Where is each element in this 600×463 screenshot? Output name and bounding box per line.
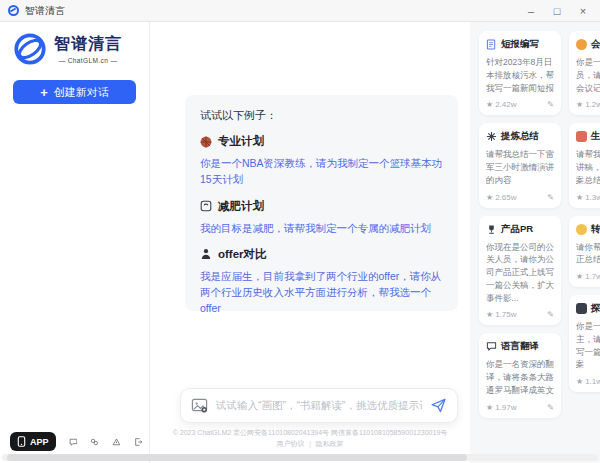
- new-chat-button[interactable]: + 创建新对话: [13, 80, 136, 104]
- horizontal-scrollbar-thumb[interactable]: [7, 454, 467, 461]
- star-icon: ★: [486, 100, 493, 109]
- phone-icon: [17, 436, 26, 447]
- copyright-line: © 2023 ChatGLM2 京公网安备11010802041394号 网信算…: [150, 427, 470, 438]
- flower-icon: [486, 131, 497, 142]
- sidebar-bottom-bar: APP: [10, 432, 143, 451]
- speech-bubble-icon: [486, 341, 497, 352]
- smiley-icon: [576, 224, 587, 235]
- brand-swirl-icon: [13, 32, 47, 66]
- example-prompt[interactable]: 我是应届生，目前我拿到了两个行业的offer，请你从两个行业历史收入水平方面进行…: [200, 268, 443, 317]
- examples-panel: 试试以下例子： 专业计划 你是一个NBA资深教练，请为我制定一个篮球基本功15天…: [185, 95, 458, 311]
- star-icon: ★: [486, 310, 493, 319]
- example-prompt[interactable]: 我的目标是减肥，请帮我制定一个专属的减肥计划: [200, 220, 443, 236]
- new-chat-label: 创建新对话: [54, 85, 109, 100]
- send-icon[interactable]: [430, 397, 447, 414]
- prompt-card-panel: 短报编写 针对2023年8月日本排放核污水，帮我写一篇新闻短报 ★2.42w ✎: [470, 22, 600, 463]
- privacy-link[interactable]: 隐私政策: [315, 440, 343, 447]
- basketball-icon: [200, 136, 212, 148]
- prompt-card[interactable]: 短报编写 针对2023年8月日本排放核污水，帮我写一篇新闻短报 ★2.42w ✎: [479, 31, 561, 115]
- document-icon: [486, 39, 497, 50]
- example-title: offer对比: [218, 247, 267, 262]
- minimize-button[interactable]: –: [520, 2, 542, 20]
- chat-input[interactable]: 试试输入“画图”，“书籍解读”，挑选优质提示词榜: [180, 388, 458, 423]
- star-icon: ★: [486, 403, 493, 412]
- star-icon: ★: [576, 193, 583, 202]
- chart-icon: [576, 131, 587, 142]
- report-icon[interactable]: [112, 435, 121, 449]
- scale-icon: [200, 200, 212, 212]
- use-prompt-icon[interactable]: ✎: [547, 310, 554, 319]
- horizontal-scrollbar: [2, 454, 598, 461]
- prompt-card[interactable]: 会议纪要 你是一名会议记录员，请根据下面的会议记录生成纪要 ★1.2w ✎: [569, 31, 600, 115]
- plus-icon: +: [40, 86, 48, 99]
- titlebar: 智谱清言 – □ ×: [0, 0, 600, 22]
- close-button[interactable]: ×: [572, 2, 594, 20]
- footer: © 2023 ChatGLM2 京公网安备11010802041394号 网信算…: [150, 427, 470, 449]
- sidebar: 智谱清言 — ChatGLM.cn — + 创建新对话 APP: [0, 22, 150, 463]
- trophy-icon: [486, 224, 497, 235]
- prompt-card[interactable]: 生成文案 请帮我整理一篇演讲稿，生成一篇文案总结 ★1.3w ✎: [569, 123, 600, 207]
- app-download-button[interactable]: APP: [10, 432, 56, 451]
- person-icon: [200, 248, 212, 260]
- prompt-card[interactable]: 语言翻译 你是一名资深的翻译，请将条条大路通罗马翻译成英文 ★1.97w ✎: [479, 333, 561, 417]
- prompt-card[interactable]: 产品PR 你现在是公司的公关人员，请你为公司产品正式上线写一篇公关稿，扩大事件影…: [479, 216, 561, 326]
- star-icon: ★: [576, 377, 583, 386]
- maximize-button[interactable]: □: [546, 2, 568, 20]
- app-title: 智谱清言: [25, 4, 65, 18]
- star-icon: ★: [576, 272, 583, 281]
- example-title: 专业计划: [218, 134, 264, 149]
- panda-icon: [576, 303, 587, 314]
- brand-domain: — ChatGLM.cn —: [54, 57, 122, 64]
- use-prompt-icon[interactable]: ✎: [547, 193, 554, 202]
- prompt-card[interactable]: 提炼总结 请帮我总结一下雷军三小时激情演讲的内容 ★2.65w ✎: [479, 123, 561, 207]
- prompt-card[interactable]: 转正总结 请你帮我写一篇转正总结报告 ★1.7w ✎: [569, 216, 600, 288]
- orange-icon: [576, 39, 587, 50]
- prompt-card[interactable]: 探店文案 你是一名美食博主，请为重大节日写一篇成都探店文案 ★1.1w ✎: [569, 295, 600, 392]
- star-icon: ★: [576, 100, 583, 109]
- app-logo-icon: [8, 5, 19, 16]
- examples-heading: 试试以下例子：: [200, 108, 443, 123]
- share-icon[interactable]: [90, 435, 99, 449]
- example-title: 减肥计划: [218, 199, 264, 214]
- feedback-icon[interactable]: [69, 435, 78, 449]
- terms-link[interactable]: 用户协议: [277, 440, 305, 447]
- star-icon: ★: [486, 193, 493, 202]
- main-area: 试试以下例子： 专业计划 你是一个NBA资深教练，请为我制定一个篮球基本功15天…: [150, 22, 470, 463]
- example-prompt[interactable]: 你是一个NBA资深教练，请为我制定一个篮球基本功15天计划: [200, 155, 443, 188]
- image-edit-icon: [191, 397, 208, 414]
- logout-icon[interactable]: [134, 435, 143, 449]
- brand-name: 智谱清言: [54, 34, 122, 55]
- chat-input-placeholder: 试试输入“画图”，“书籍解读”，挑选优质提示词榜: [216, 399, 422, 413]
- brand-logo: 智谱清言 — ChatGLM.cn —: [0, 22, 149, 72]
- use-prompt-icon[interactable]: ✎: [547, 403, 554, 412]
- use-prompt-icon[interactable]: ✎: [547, 100, 554, 109]
- window-controls: – □ ×: [520, 2, 594, 20]
